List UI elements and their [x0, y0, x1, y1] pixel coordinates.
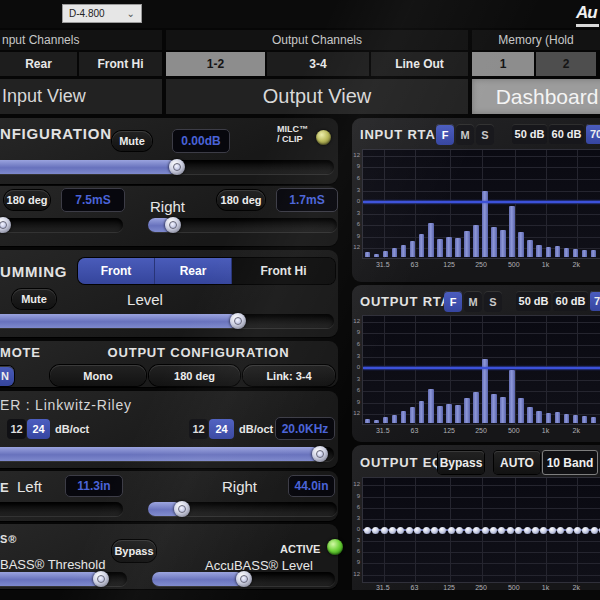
eq-band-handle[interactable] [557, 527, 564, 534]
eq-band-handle[interactable] [582, 527, 589, 534]
mono-button[interactable]: Mono [50, 365, 146, 386]
distance-right-slider[interactable] [148, 502, 337, 516]
line-out-button[interactable]: Line Out [371, 52, 468, 76]
tab-output-view[interactable]: Output View [166, 79, 468, 114]
output-eq-section: OUTPUT EQ Bypass AUTO 10 Band 1296303691… [352, 445, 600, 598]
phase-left-button[interactable]: 180 deg [4, 190, 50, 210]
mute-button[interactable]: Mute [112, 131, 152, 151]
db-70-button[interactable]: 70 [590, 291, 600, 311]
remote-on-button[interactable]: N [0, 366, 14, 386]
rta-bar [500, 230, 506, 257]
rta-medium-button[interactable]: M [456, 124, 474, 145]
db-70-button[interactable]: 70 [586, 124, 600, 144]
eq-band-handle[interactable] [574, 527, 581, 534]
summing-front-hi-button[interactable]: Front Hi [232, 258, 335, 284]
brand-logo: Au [576, 3, 599, 27]
memory-1-button[interactable]: 1 [472, 52, 534, 76]
eq-band-handle[interactable] [507, 527, 514, 534]
slider-handle[interactable] [0, 217, 11, 233]
eq-band-handle[interactable] [364, 527, 371, 534]
eq-band-handle[interactable] [532, 527, 539, 534]
eq-band-handle[interactable] [549, 527, 556, 534]
eq-band-handle[interactable] [389, 527, 396, 534]
phase-180-button[interactable]: 180 deg [149, 365, 240, 386]
eq-band-handle[interactable] [498, 527, 505, 534]
eq-bypass-button[interactable]: Bypass [438, 451, 484, 474]
eq-band-handle[interactable] [591, 527, 598, 534]
eq-band-handle[interactable] [381, 527, 388, 534]
slope-12-right-button[interactable]: 12 [189, 419, 208, 439]
rta-bar [401, 245, 407, 257]
db-50-button[interactable]: 50 dB [516, 291, 551, 311]
accubass-threshold-slider[interactable] [0, 572, 127, 586]
slider-handle[interactable] [312, 446, 328, 462]
eq-band-handle[interactable] [439, 527, 446, 534]
crossover-freq-value: 20.0KHz [275, 417, 335, 440]
rta-medium-button[interactable]: M [464, 291, 482, 312]
y-tick-label: 6 [357, 504, 360, 510]
rear-button[interactable]: Rear [0, 52, 77, 76]
gain-slider[interactable] [0, 160, 334, 174]
slider-handle[interactable] [165, 217, 181, 233]
eq-band-handle[interactable] [397, 527, 404, 534]
eq-band-handle[interactable] [423, 527, 430, 534]
summing-rear-button[interactable]: Rear [155, 258, 232, 284]
x-tick-label: 125 [443, 261, 455, 268]
right-channel-label: Right [150, 198, 185, 215]
eq-band-handle[interactable] [456, 527, 463, 534]
slope-24-right-button[interactable]: 24 [209, 419, 234, 439]
eq-band-handle[interactable] [515, 527, 522, 534]
slope-24-left-button[interactable]: 24 [27, 419, 50, 439]
eq-band-handle[interactable] [406, 527, 413, 534]
db-60-button[interactable]: 60 dB [553, 291, 588, 311]
eq-band-handle[interactable] [431, 527, 438, 534]
eq-band-handle[interactable] [448, 527, 455, 534]
rta-slow-button[interactable]: S [484, 291, 502, 312]
db-60-button[interactable]: 60 dB [549, 124, 584, 144]
rta-bar [428, 389, 434, 423]
eq-band-handle[interactable] [490, 527, 497, 534]
distance-left-slider[interactable] [0, 502, 123, 516]
delay-right-slider[interactable] [148, 218, 337, 232]
channels-1-2-button[interactable]: 1-2 [166, 52, 265, 76]
channels-3-4-button[interactable]: 3-4 [267, 52, 369, 76]
crossover-slider[interactable] [0, 447, 334, 461]
device-select[interactable]: D-4.800 ⌄ [62, 4, 142, 23]
eq-band-handle[interactable] [465, 527, 472, 534]
front-hi-button[interactable]: Front Hi [79, 52, 162, 76]
slider-handle[interactable] [174, 501, 190, 517]
phase-right-button[interactable]: 180 deg [217, 190, 265, 210]
summing-front-button[interactable]: Front [78, 258, 155, 284]
rta-slow-button[interactable]: S [476, 124, 494, 145]
y-tick-label: 3 [357, 187, 360, 193]
rta-bar [464, 231, 470, 257]
slider-handle[interactable] [93, 571, 109, 587]
eq-auto-button[interactable]: AUTO [494, 451, 540, 474]
eq-band-handle[interactable] [540, 527, 547, 534]
eq-band-handle[interactable] [524, 527, 531, 534]
accubass-bypass-button[interactable]: Bypass [112, 540, 156, 562]
y-tick-label: 12 [353, 318, 360, 324]
slider-handle[interactable] [230, 313, 246, 329]
accubass-level-slider[interactable] [152, 572, 335, 586]
slider-handle[interactable] [169, 159, 185, 175]
memory-2-button[interactable]: 2 [536, 52, 596, 76]
tab-dashboard[interactable]: Dashboard [472, 79, 600, 114]
rta-fast-button[interactable]: F [444, 291, 462, 312]
eq-band-handle[interactable] [473, 527, 480, 534]
level-slider[interactable] [0, 314, 334, 328]
delay-left-slider[interactable] [0, 218, 123, 232]
link-3-4-button[interactable]: Link: 3-4 [243, 365, 335, 386]
rta-fast-button[interactable]: F [436, 124, 454, 145]
tab-input-view[interactable]: Input View [0, 79, 162, 114]
eq-band-handle[interactable] [414, 527, 421, 534]
summing-mute-button[interactable]: Mute [12, 289, 56, 309]
slope-12-left-button[interactable]: 12 [7, 419, 26, 439]
eq-band-handle[interactable] [566, 527, 573, 534]
eq-band-select[interactable]: 10 Band [542, 450, 598, 475]
output-config-header: OUTPUT CONFIGURATION [86, 345, 311, 360]
slider-handle[interactable] [236, 571, 252, 587]
eq-band-handle[interactable] [372, 527, 379, 534]
db-50-button[interactable]: 50 dB [512, 124, 547, 144]
eq-band-handle[interactable] [482, 527, 489, 534]
